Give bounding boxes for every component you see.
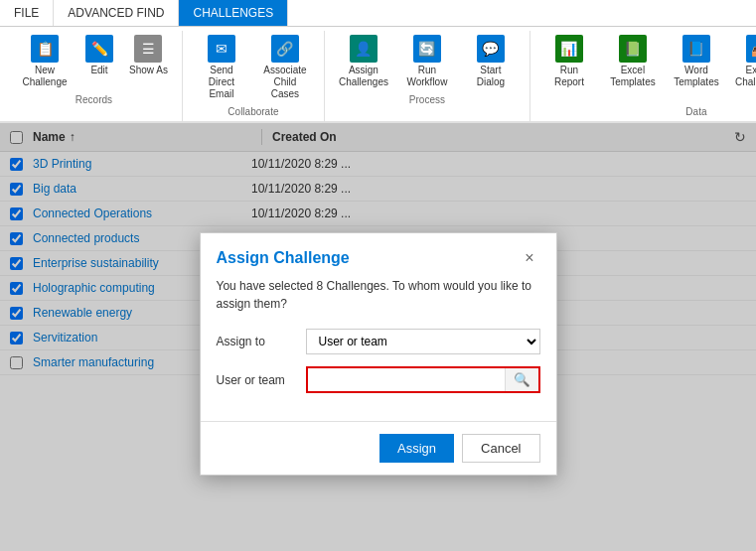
- modal-overlay: Assign Challenge × You have selected 8 C…: [0, 123, 756, 551]
- word-label: Word Templates: [672, 65, 721, 88]
- export-challenges-button[interactable]: 📤 Export Challenges: [729, 31, 756, 104]
- show-as-label: Show As: [129, 65, 168, 76]
- assign-to-select[interactable]: User or team: [306, 329, 540, 354]
- export-icon: 📤: [746, 35, 756, 63]
- export-label: Export Challenges: [735, 65, 756, 88]
- top-nav: FILE ADVANCED FIND CHALLENGES: [0, 0, 756, 27]
- user-or-team-label: User or team: [217, 373, 306, 387]
- assign-label: Assign Challenges: [339, 65, 388, 88]
- assign-to-label: Assign to: [217, 335, 306, 348]
- content-area: Name ↑ Created On ↻ 3D Printing 10/11/20…: [0, 123, 756, 551]
- dialog-icon: 💬: [477, 35, 505, 63]
- excel-label: Excel Templates: [608, 65, 658, 88]
- ribbon-group-collaborate: ✉ Send Direct Email 🔗 Associate Child Ca…: [183, 31, 325, 121]
- new-challenge-button[interactable]: 📋 New Challenge: [14, 31, 76, 92]
- search-icon: 🔍: [514, 372, 530, 387]
- user-or-team-control: 🔍: [306, 366, 540, 393]
- word-templates-button[interactable]: 📘 Word Templates: [666, 31, 727, 104]
- assign-to-field: Assign to User or team: [217, 329, 540, 354]
- cancel-button[interactable]: Cancel: [462, 434, 539, 463]
- word-icon: 📘: [682, 35, 710, 63]
- records-group-label: Records: [14, 94, 174, 105]
- send-email-label: Send Direct Email: [197, 65, 246, 100]
- associate-label: Associate Child Cases: [260, 65, 310, 100]
- run-workflow-button[interactable]: 🔄 Run Workflow: [396, 31, 458, 92]
- tab-advanced-find[interactable]: ADVANCED FIND: [54, 0, 179, 26]
- workflow-icon: 🔄: [413, 35, 441, 63]
- send-email-icon: ✉: [208, 35, 235, 63]
- ribbon-group-records: 📋 New Challenge ✏️ Edit ☰ Show As Record…: [6, 31, 183, 121]
- user-or-team-input[interactable]: [308, 368, 505, 391]
- edit-label: Edit: [90, 65, 107, 76]
- modal-header: Assign Challenge ×: [201, 233, 556, 277]
- edit-button[interactable]: ✏️ Edit: [77, 31, 121, 92]
- modal-footer: Assign Cancel: [201, 421, 556, 475]
- start-dialog-button[interactable]: 💬 Start Dialog: [460, 31, 522, 92]
- excel-icon: 📗: [619, 35, 647, 63]
- run-report-button[interactable]: 📊 Run Report: [538, 31, 600, 104]
- assign-challenges-button[interactable]: 👤 Assign Challenges: [333, 31, 394, 92]
- new-challenge-icon: 📋: [31, 35, 59, 63]
- main-content: Name ↑ Created On ↻ 3D Printing 10/11/20…: [0, 123, 756, 551]
- dialog-label: Start Dialog: [466, 65, 516, 88]
- assign-icon: 👤: [350, 35, 378, 63]
- assign-button[interactable]: Assign: [379, 434, 454, 463]
- new-challenge-label: New Challenge: [20, 65, 70, 88]
- send-direct-email-button[interactable]: ✉ Send Direct Email: [191, 31, 252, 104]
- modal-description: You have selected 8 Challenges. To whom …: [217, 277, 540, 313]
- user-search-button[interactable]: 🔍: [505, 368, 538, 391]
- modal-body: You have selected 8 Challenges. To whom …: [201, 277, 556, 421]
- user-or-team-field: User or team 🔍: [217, 366, 540, 393]
- associate-icon: 🔗: [271, 35, 299, 63]
- excel-templates-button[interactable]: 📗 Excel Templates: [602, 31, 664, 104]
- process-group-label: Process: [333, 94, 522, 105]
- ribbon-group-data: 📊 Run Report 📗 Excel Templates 📘 Word Te…: [530, 31, 756, 121]
- show-as-icon: ☰: [134, 35, 162, 63]
- modal-title: Assign Challenge: [217, 249, 350, 267]
- show-as-button[interactable]: ☰ Show As: [123, 31, 174, 92]
- tab-file[interactable]: FILE: [0, 0, 54, 26]
- assign-to-control: User or team: [306, 329, 540, 354]
- workflow-label: Run Workflow: [402, 65, 452, 88]
- ribbon-group-process: 👤 Assign Challenges 🔄 Run Workflow 💬 Sta…: [325, 31, 530, 121]
- associate-child-cases-button[interactable]: 🔗 Associate Child Cases: [254, 31, 316, 104]
- assign-challenge-modal: Assign Challenge × You have selected 8 C…: [200, 232, 557, 476]
- ribbon: 📋 New Challenge ✏️ Edit ☰ Show As Record…: [0, 27, 756, 123]
- modal-close-button[interactable]: ×: [519, 247, 539, 269]
- report-label: Run Report: [544, 65, 594, 88]
- tab-challenges[interactable]: CHALLENGES: [179, 0, 288, 26]
- edit-icon: ✏️: [85, 35, 113, 63]
- collaborate-group-label: Collaborate: [191, 106, 316, 117]
- report-icon: 📊: [555, 35, 583, 63]
- data-group-label: Data: [538, 106, 756, 117]
- user-or-team-input-wrap: 🔍: [306, 366, 540, 393]
